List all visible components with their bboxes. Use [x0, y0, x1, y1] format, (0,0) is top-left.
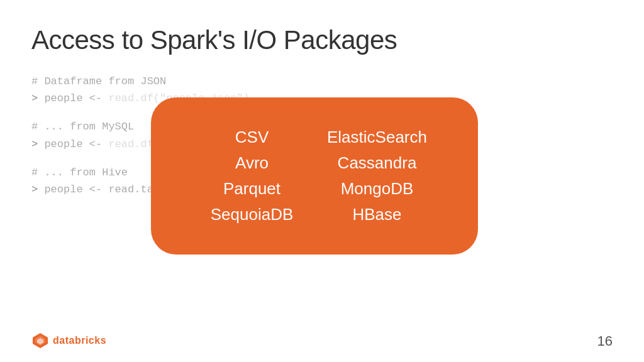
- slide-title: Access to Spark's I/O Packages: [31, 25, 613, 55]
- databricks-logo-text: databricks: [53, 335, 106, 346]
- databricks-logo: databricks: [31, 332, 106, 349]
- bubble-item-mongodb: MongoDB: [327, 179, 427, 199]
- bubble-item-elasticsearch: ElasticSearch: [327, 128, 427, 147]
- bubble-item-parquet: Parquet: [202, 179, 302, 199]
- footer: databricks: [31, 332, 106, 349]
- prompt-mysql: >: [31, 138, 44, 150]
- bubble-item-sequoiadb: SequoiaDB: [202, 205, 302, 224]
- bubble-item-cassandra: Cassandra: [327, 153, 427, 173]
- comment-json: # Dataframe from JSON: [31, 73, 613, 90]
- bubble-grid: CSV ElasticSearch Avro Cassandra Parquet…: [170, 115, 458, 237]
- bubble-item-csv: CSV: [202, 128, 302, 147]
- bubble-item-hbase: HBase: [327, 205, 427, 224]
- io-packages-bubble: CSV ElasticSearch Avro Cassandra Parquet…: [151, 97, 478, 255]
- bubble-item-avro: Avro: [202, 153, 302, 173]
- slide-number: 16: [597, 333, 613, 349]
- prompt-hive: >: [31, 184, 44, 195]
- databricks-logo-icon: [31, 332, 49, 349]
- slide: Access to Spark's I/O Packages # Datafra…: [0, 0, 644, 362]
- prompt-json: >: [31, 92, 44, 104]
